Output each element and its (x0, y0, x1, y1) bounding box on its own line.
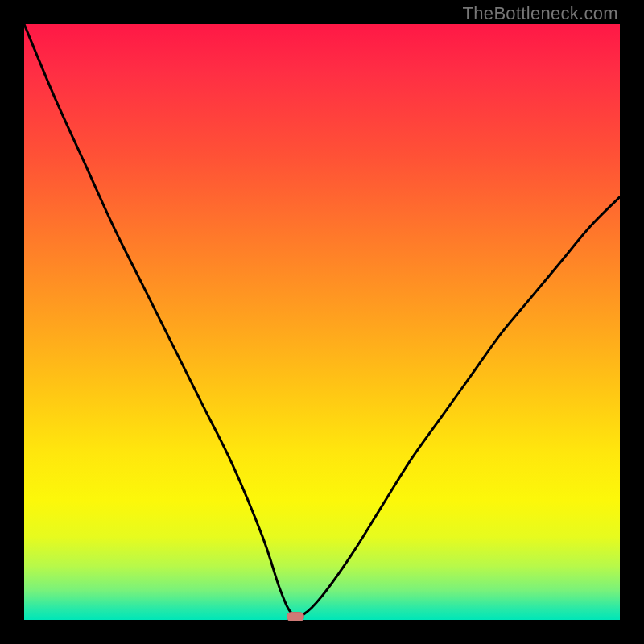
plot-area (24, 24, 620, 620)
min-marker (287, 612, 304, 621)
chart-frame: TheBottleneck.com (0, 0, 644, 644)
bottleneck-curve (24, 24, 620, 620)
watermark-text: TheBottleneck.com (463, 3, 618, 24)
curve-path (24, 24, 620, 617)
